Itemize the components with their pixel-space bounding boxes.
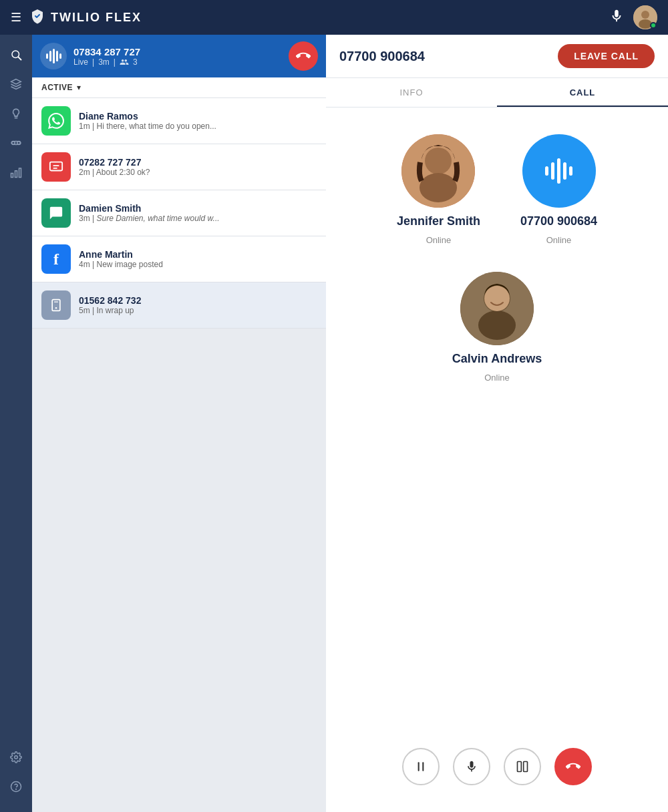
pause-button[interactable]	[402, 748, 440, 785]
mute-button[interactable]	[453, 748, 490, 785]
conv-body-4: Anne Martin 4m | New image posted	[79, 249, 317, 269]
svg-point-16	[55, 307, 57, 309]
conv-preview-5: 5m | In wrap up	[79, 306, 317, 315]
call-wave-icon	[40, 43, 67, 69]
call-controls	[389, 735, 605, 799]
participant-jennifer: Jennifer Smith Online	[397, 134, 480, 245]
svg-rect-15	[52, 300, 60, 311]
active-call-bar: 07834 287 727 Live | 3m | 3	[32, 35, 326, 77]
conv-name-2: 07282 727 727	[79, 157, 317, 168]
svg-rect-10	[19, 168, 21, 178]
participant-calvin: Calvin Andrews Online	[452, 272, 542, 383]
svg-rect-8	[11, 174, 13, 178]
topbar: ☰ TWILIO FLEX	[0, 0, 668, 35]
svg-rect-9	[15, 171, 17, 178]
menu-icon[interactable]: ☰	[11, 10, 21, 25]
tab-info[interactable]: INFO	[326, 78, 497, 107]
svg-point-20	[420, 173, 457, 202]
call-tabs: INFO CALL	[326, 78, 668, 108]
sidebar	[0, 35, 32, 812]
filter-bar[interactable]: ACTIVE ▾	[32, 77, 326, 98]
sidebar-item-reports[interactable]	[4, 160, 28, 184]
phone-icon	[41, 290, 71, 320]
logo: TWILIO FLEX	[29, 8, 142, 27]
conv-name-1: Diane Ramos	[79, 111, 317, 122]
chat-icon	[41, 198, 71, 228]
jennifer-status: Online	[426, 235, 452, 245]
conversation-item-1[interactable]: Diane Ramos 1m | Hi there, what time do …	[32, 98, 326, 144]
sidebar-item-settings[interactable]	[4, 745, 28, 769]
call-participants: 3	[133, 57, 138, 67]
jennifer-name: Jennifer Smith	[397, 214, 480, 228]
svg-marker-5	[11, 79, 21, 85]
calvin-avatar	[460, 272, 534, 345]
svg-rect-27	[518, 762, 522, 772]
conv-name-5: 01562 842 732	[79, 295, 317, 306]
call-content: Jennifer Smith Online 07700 900684	[326, 108, 668, 812]
conv-preview-2: 2m | About 2:30 ok?	[79, 168, 317, 177]
sidebar-item-views[interactable]	[4, 131, 28, 155]
right-header: 07700 900684 LEAVE CALL	[326, 35, 668, 78]
left-panel: 07834 287 727 Live | 3m | 3 ACTIVE ▾	[32, 35, 326, 812]
whatsapp-icon	[41, 106, 71, 136]
leave-call-button[interactable]: LEAVE CALL	[558, 44, 655, 68]
calvin-status: Online	[484, 373, 510, 383]
filter-label: ACTIVE	[41, 83, 73, 92]
right-panel: 07700 900684 LEAVE CALL INFO CALL	[326, 35, 668, 812]
wave-status: Online	[546, 235, 572, 245]
hangup-button[interactable]	[554, 748, 592, 785]
participants-row: Jennifer Smith Online 07700 900684	[397, 134, 597, 245]
conversation-list: Diane Ramos 1m | Hi there, what time do …	[32, 98, 326, 812]
wave-avatar	[522, 134, 596, 208]
svg-point-19	[425, 148, 452, 174]
conv-name-3: Damien Smith	[79, 203, 317, 214]
sidebar-item-search[interactable]	[4, 43, 28, 67]
end-call-button[interactable]	[289, 41, 318, 71]
conversation-item-4[interactable]: f Anne Martin 4m | New image posted	[32, 236, 326, 282]
call-info: 07834 287 727 Live | 3m | 3	[73, 46, 282, 67]
conv-preview-3: 3m | Sure Damien, what time would w...	[79, 214, 317, 223]
participant-wave: 07700 900684 Online	[520, 134, 597, 245]
conv-body-2: 07282 727 727 2m | About 2:30 ok?	[79, 157, 317, 177]
sidebar-item-bulb[interactable]	[4, 102, 28, 126]
tab-call[interactable]: CALL	[497, 78, 668, 107]
user-avatar[interactable]	[633, 5, 657, 29]
sidebar-item-layers[interactable]	[4, 72, 28, 96]
online-indicator	[650, 22, 657, 29]
svg-point-24	[484, 286, 510, 311]
svg-point-11	[15, 756, 18, 759]
active-call-number: 07834 287 727	[73, 46, 282, 57]
svg-point-1	[641, 11, 649, 19]
call-duration: 3m	[98, 57, 110, 67]
call-status: Live	[73, 57, 88, 67]
keypad-button[interactable]	[504, 748, 541, 785]
conversation-item-5[interactable]: 01562 842 732 5m | In wrap up	[32, 282, 326, 329]
microphone-icon[interactable]	[609, 9, 624, 27]
conv-body-3: Damien Smith 3m | Sure Damien, what time…	[79, 203, 317, 223]
svg-rect-14	[50, 162, 62, 171]
conv-body-1: Diane Ramos 1m | Hi there, what time do …	[79, 111, 317, 131]
filter-dropdown-icon[interactable]: ▾	[77, 83, 81, 92]
conversation-item-3[interactable]: Damien Smith 3m | Sure Damien, what time…	[32, 190, 326, 236]
conv-body-5: 01562 842 732 5m | In wrap up	[79, 295, 317, 315]
svg-point-23	[478, 311, 516, 340]
app-title: TWILIO FLEX	[51, 11, 142, 25]
twilio-logo-icon	[29, 8, 45, 27]
svg-rect-28	[524, 762, 528, 772]
facebook-icon: f	[41, 244, 71, 274]
wave-name: 07700 900684	[520, 214, 597, 228]
calvin-name: Calvin Andrews	[452, 352, 542, 366]
svg-line-4	[18, 57, 21, 59]
call-meta: Live | 3m | 3	[73, 57, 282, 67]
jennifer-avatar	[401, 134, 475, 208]
sms-icon	[41, 152, 71, 182]
sidebar-item-help[interactable]	[4, 775, 28, 799]
call-phone-number: 07700 900684	[339, 49, 425, 64]
conv-name-4: Anne Martin	[79, 249, 317, 260]
conversation-item-2[interactable]: 07282 727 727 2m | About 2:30 ok?	[32, 144, 326, 190]
conv-preview-1: 1m | Hi there, what time do you open...	[79, 122, 317, 131]
conv-preview-4: 4m | New image posted	[79, 260, 317, 269]
